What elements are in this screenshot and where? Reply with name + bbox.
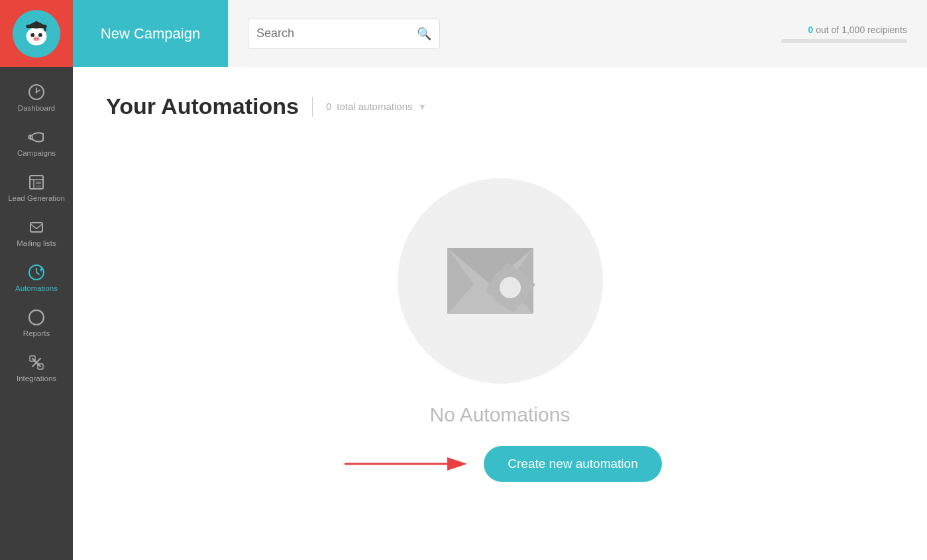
mailing-lists-icon [27, 218, 46, 237]
svg-point-5 [30, 33, 34, 37]
sidebar-item-automations[interactable]: Automations [0, 254, 73, 299]
filter-info: 0 total automations ▼ [326, 101, 427, 112]
logo-icon [13, 10, 60, 58]
create-btn-label: Create new automation [508, 457, 637, 471]
sidebar-label-integrations: Integrations [17, 374, 56, 382]
header-divider [312, 97, 313, 117]
sidebar-item-campaigns[interactable]: Campaigns [0, 119, 73, 164]
svg-point-11 [36, 91, 38, 93]
sidebar-item-reports[interactable]: Reports [0, 299, 73, 344]
sidebar-label-dashboard: Dashboard [18, 104, 55, 112]
svg-point-7 [33, 36, 40, 41]
svg-rect-17 [36, 186, 41, 188]
sidebar-label-automations: Automations [15, 284, 58, 292]
svg-point-8 [34, 38, 36, 39]
top-bar: New Campaign 🔍 0 out of 1,000 recipients [0, 0, 927, 67]
sidebar-item-dashboard[interactable]: Dashboard [0, 74, 73, 119]
mascot-svg [17, 15, 56, 53]
svg-point-9 [37, 38, 38, 39]
page-title: Your Automations [106, 93, 299, 119]
reports-icon [27, 308, 46, 327]
new-campaign-label: New Campaign [101, 25, 200, 42]
search-input[interactable] [256, 27, 417, 40]
empty-circle [398, 178, 603, 384]
empty-illustration [434, 221, 567, 341]
sidebar-item-lead-generation[interactable]: Lead Generation [0, 164, 73, 209]
empty-state: No Automations Create new automation [106, 152, 894, 533]
svg-point-6 [38, 33, 42, 37]
sidebar: Dashboard Campaigns Lead Generation [0, 67, 73, 560]
total-label: total automations [337, 101, 412, 112]
sidebar-item-integrations[interactable]: Integrations [0, 344, 73, 389]
recipients-text: 0 out of 1,000 recipients [781, 25, 907, 35]
integrations-icon [27, 353, 46, 372]
recipients-label: out of 1,000 recipients [816, 25, 907, 35]
search-box: 🔍 [248, 19, 440, 49]
sidebar-label-reports: Reports [23, 329, 50, 337]
cta-row: Create new automation [338, 446, 661, 482]
main-layout: Dashboard Campaigns Lead Generation [0, 67, 927, 560]
total-count: 0 [326, 101, 331, 112]
campaigns-icon [27, 128, 46, 146]
sidebar-label-mailing-lists: Mailing lists [17, 239, 56, 247]
sidebar-item-mailing-lists[interactable]: Mailing lists [0, 209, 73, 254]
lead-generation-icon [27, 173, 46, 192]
sidebar-label-lead-generation: Lead Generation [8, 194, 65, 202]
search-area: 🔍 [228, 19, 781, 49]
filter-icon[interactable]: ▼ [417, 101, 427, 112]
empty-state-text: No Automations [430, 404, 571, 426]
new-campaign-button[interactable]: New Campaign [73, 0, 228, 67]
recipients-count: 0 [808, 25, 814, 35]
recipients-area: 0 out of 1,000 recipients [781, 25, 927, 43]
page-header: Your Automations 0 total automations ▼ [106, 93, 894, 119]
svg-point-1 [27, 27, 47, 45]
dashboard-icon [27, 83, 46, 101]
svg-marker-40 [447, 457, 467, 471]
arrow-icon [338, 451, 470, 477]
logo-area [0, 0, 73, 67]
svg-rect-18 [30, 223, 42, 232]
svg-rect-4 [44, 26, 46, 31]
recipients-progress-bar [781, 39, 907, 43]
svg-point-30 [500, 277, 521, 298]
create-automation-button[interactable]: Create new automation [484, 446, 661, 482]
svg-rect-16 [36, 182, 41, 184]
automations-icon [27, 263, 46, 282]
content-area: Your Automations 0 total automations ▼ [73, 67, 927, 560]
sidebar-label-campaigns: Campaigns [17, 149, 56, 157]
search-icon: 🔍 [417, 27, 431, 41]
